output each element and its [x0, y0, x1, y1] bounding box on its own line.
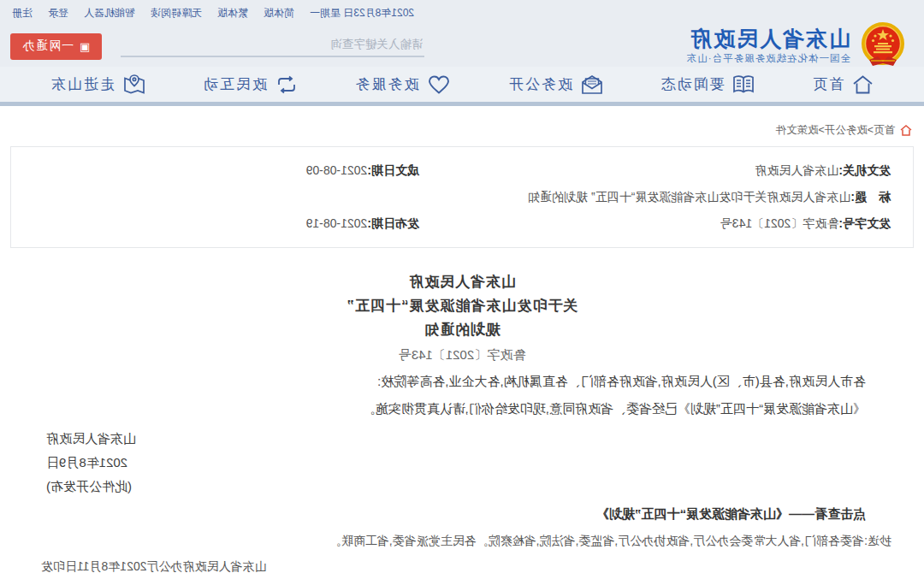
content-area: 首页>政务公开>政策文件 发文机关:山东省人民政府 成文日期:2021-08-0… — [0, 106, 924, 573]
print-line: 山东省人民政府办公厅2021年8月11日印发 — [33, 553, 891, 573]
topbar-link-traditional[interactable]: 繁体版 — [217, 6, 248, 21]
nav-label: 走进山东 — [50, 74, 115, 94]
signature-date: 2021年8月9日 — [33, 451, 891, 475]
nav-item-news[interactable]: 要闻动态 — [659, 74, 755, 96]
site-title: 山东省人民政府 — [686, 27, 850, 51]
signature-note: (此件公开发布) — [33, 475, 891, 499]
breadcrumb-path: 首页>政务公开>政策文件 — [775, 123, 895, 138]
portal-button[interactable]: ▣ 一网通办 — [10, 33, 102, 60]
national-emblem-icon — [859, 22, 907, 70]
doc-number-label: 发文字号: — [838, 216, 891, 230]
written-date-value: 2021-08-09 — [306, 163, 368, 177]
nav-label: 政务公开 — [507, 74, 572, 94]
main-nav: 首页 要闻动态 政务公开 — [0, 67, 924, 106]
issuing-org-value: 山东省人民政府 — [755, 163, 838, 177]
article-title-line2: 关于印发山东省能源发展“十四五” — [33, 294, 891, 318]
doc-issuing-org: 发文机关:山东省人民政府 — [419, 157, 891, 184]
doc-info-box: 发文机关:山东省人民政府 成文日期:2021-08-09 标 题:山东省人民政府… — [10, 146, 914, 248]
doc-title-label: 标 题: — [850, 190, 891, 204]
nav-item-discover[interactable]: 走进山东 — [50, 74, 146, 96]
breadcrumb[interactable]: 首页>政务公开>政策文件 — [0, 106, 924, 143]
doc-info-spacer — [33, 184, 419, 210]
nav-item-interaction[interactable]: 政民互动 — [202, 74, 299, 96]
site-header: 山东省人民政府 全国一体化在线政务服务平台·山东 ▣ 一网通办 — [0, 26, 924, 67]
article-doc-number: 鲁政字〔2021〕143号 — [33, 343, 891, 367]
page-root: 2021年8月23日 星期一 简体版 繁体版 无障碍阅读 智能机器人 登录 注册 — [0, 0, 924, 573]
topbar-link-register[interactable]: 注册 — [12, 6, 33, 21]
nav-label: 首页 — [811, 74, 844, 94]
article-paragraph-recipients: 各市人民政府,各县(市、区)人民政府,省政府各部门、各直属机构,各大企业,各高等… — [33, 369, 891, 394]
grid-icon: ▣ — [79, 41, 90, 52]
article-paragraph-body: 《山东省能源发展“十四五”规划》已经省委、省政府同意,现印发给你们,请认真贯彻实… — [33, 396, 891, 422]
article-title-line1: 山东省人民政府 — [33, 270, 891, 294]
nav-label: 政民互动 — [202, 74, 267, 94]
topbar-link-login[interactable]: 登录 — [48, 6, 68, 21]
publish-date-label: 发布日期: — [367, 216, 419, 230]
book-icon — [732, 74, 755, 96]
mail-icon — [580, 74, 604, 96]
doc-title: 标 题:山东省人民政府关于印发山东省能源发展“十四五” 规划的通知 — [419, 184, 891, 210]
nav-item-home[interactable]: 首页 — [811, 74, 874, 96]
article: 山东省人民政府 关于印发山东省能源发展“十四五” 规划的通知 鲁政字〔2021〕… — [0, 248, 924, 573]
nav-item-disclosure[interactable]: 政务公开 — [507, 74, 604, 96]
header-right: ▣ 一网通办 — [10, 33, 424, 60]
signature-org: 山东省人民政府 — [33, 427, 891, 451]
doc-publish-date: 发布日期:2021-08-19 — [33, 210, 419, 237]
topbar-link-accessibility[interactable]: 无障碍阅读 — [151, 6, 202, 21]
topbar-link-robot[interactable]: 智能机器人 — [84, 6, 135, 21]
plan-link[interactable]: 点击查看——《山东省能源发展“十四五”规划》 — [33, 501, 891, 527]
current-date: 2021年8月23日 星期一 — [310, 6, 414, 21]
issuing-org-label: 发文机关: — [838, 163, 891, 177]
heart-icon — [426, 74, 452, 96]
home-breadcrumb-icon — [900, 125, 912, 136]
topbar-link-simplified[interactable]: 简体版 — [264, 6, 294, 21]
doc-number-value: 鲁政字〔2021〕143号 — [720, 216, 839, 230]
doc-written-date: 成文日期:2021-08-09 — [33, 157, 419, 184]
nav-item-services[interactable]: 政务服务 — [353, 74, 452, 96]
logo-text: 山东省人民政府 全国一体化在线政务服务平台·山东 — [686, 27, 850, 66]
article-title-line3: 规划的通知 — [33, 318, 891, 342]
doc-number: 发文字号:鲁政字〔2021〕143号 — [419, 210, 891, 237]
publish-date-value: 2021-08-19 — [306, 216, 368, 230]
site-logo[interactable]: 山东省人民政府 全国一体化在线政务服务平台·山东 — [686, 22, 907, 70]
nav-label: 要闻动态 — [659, 74, 724, 94]
search-input[interactable] — [122, 38, 423, 50]
written-date-label: 成文日期: — [367, 163, 419, 177]
home-icon — [851, 74, 874, 96]
doc-title-value: 山东省人民政府关于印发山东省能源发展“十四五” 规划的通知 — [528, 190, 850, 204]
chat-cycle-icon — [275, 74, 299, 96]
nav-label: 政务服务 — [353, 74, 418, 94]
cc-line: 抄送:省委各部门,省人大常委会办公厅,省政协办公厅,省监委,省法院,省检察院。各… — [33, 528, 891, 553]
map-pin-icon — [122, 74, 146, 96]
search-box — [121, 36, 424, 57]
portal-button-label: 一网通办 — [22, 38, 74, 54]
site-subtitle: 全国一体化在线政务服务平台·山东 — [686, 52, 850, 65]
